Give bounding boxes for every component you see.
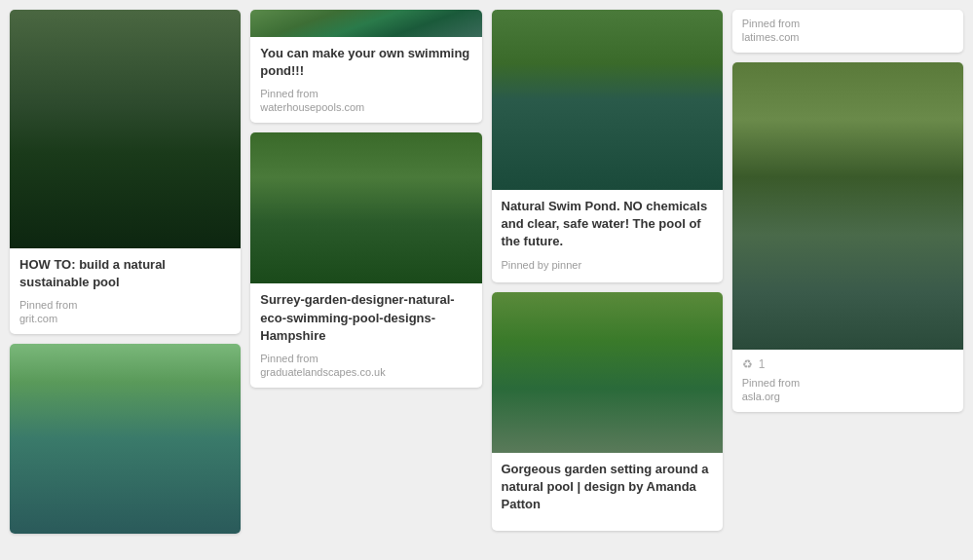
pin-image-gorgeous-garden <box>492 292 723 453</box>
pin-body-surrey-garden: Surrey-garden-designer-natural-eco-swimm… <box>250 283 481 388</box>
pin-meta-rock-pool: ♻ 1 <box>742 357 954 371</box>
pin-title-swimming-pond: You can make your own swimming pond!!! <box>260 45 471 80</box>
pin-source-url-swimming-pond[interactable]: waterhousepools.com <box>260 101 471 113</box>
pin-source-url-latimes[interactable]: latimes.com <box>742 31 954 43</box>
pin-body-latimes: Pinned from latimes.com <box>732 10 963 53</box>
pin-source-url-rock-pool[interactable]: asla.org <box>742 391 954 402</box>
pin-card-latimes[interactable]: Pinned from latimes.com <box>732 10 963 53</box>
repin-icon: ♻ <box>742 357 753 371</box>
column-3: Natural Swim Pond. NO chemicals and clea… <box>492 10 723 550</box>
pin-card-swimming-pond[interactable]: You can make your own swimming pond!!! P… <box>250 10 481 123</box>
pin-source-label-surrey-garden: Pinned from <box>260 353 471 364</box>
pin-source-url-natural-pool[interactable]: grit.com <box>19 313 231 324</box>
pin-body-rock-pool: ♻ 1 Pinned from asla.org <box>732 350 963 412</box>
pin-title-surrey-garden: Surrey-garden-designer-natural-eco-swimm… <box>260 291 471 345</box>
pin-body-swimming-pond: You can make your own swimming pond!!! P… <box>250 37 481 123</box>
pin-source-label-rock-pool: Pinned from <box>742 377 954 389</box>
pin-source-label-swimming-pond: Pinned from <box>260 88 471 99</box>
pin-card-swim-pond[interactable]: Natural Swim Pond. NO chemicals and clea… <box>492 10 723 282</box>
pin-source-label-natural-pool: Pinned from <box>19 299 231 311</box>
masonry-grid: HOW TO: build a natural sustainable pool… <box>0 0 973 560</box>
pin-card-natural-pool[interactable]: HOW TO: build a natural sustainable pool… <box>10 10 241 334</box>
pin-source-label-swim-pond: Pinned by pinner <box>502 259 713 271</box>
pin-image-surrey-garden <box>250 132 481 283</box>
pin-source-label-latimes: Pinned from <box>742 18 954 29</box>
pin-title-natural-pool: HOW TO: build a natural sustainable pool <box>19 256 231 291</box>
column-1: HOW TO: build a natural sustainable pool… <box>10 10 241 550</box>
pin-body-swim-pond: Natural Swim Pond. NO chemicals and clea… <box>492 190 723 282</box>
pin-image-swimming-pond <box>250 10 481 37</box>
column-2: You can make your own swimming pond!!! P… <box>250 10 481 550</box>
pin-source-url-surrey-garden[interactable]: graduatelandscapes.co.uk <box>260 366 471 378</box>
pin-image-rock-pool <box>732 62 963 350</box>
pin-image-circular-pool <box>10 344 241 534</box>
pin-card-circular-pool[interactable] <box>10 344 241 534</box>
pin-card-rock-pool[interactable]: ♻ 1 Pinned from asla.org <box>732 62 963 412</box>
pin-title-swim-pond: Natural Swim Pond. NO chemicals and clea… <box>502 198 713 251</box>
pin-body-gorgeous-garden: Gorgeous garden setting around a natural… <box>492 453 723 532</box>
pin-title-gorgeous-garden: Gorgeous garden setting around a natural… <box>502 461 713 514</box>
pin-body-natural-pool: HOW TO: build a natural sustainable pool… <box>10 248 241 334</box>
column-4: Pinned from latimes.com ♻ 1 Pinned from … <box>732 10 963 550</box>
pin-image-swim-pond <box>492 10 723 190</box>
pin-card-gorgeous-garden[interactable]: Gorgeous garden setting around a natural… <box>492 292 723 532</box>
pin-image-natural-pool <box>10 10 241 248</box>
repin-count: 1 <box>759 357 766 371</box>
pin-card-surrey-garden[interactable]: Surrey-garden-designer-natural-eco-swimm… <box>250 132 481 388</box>
